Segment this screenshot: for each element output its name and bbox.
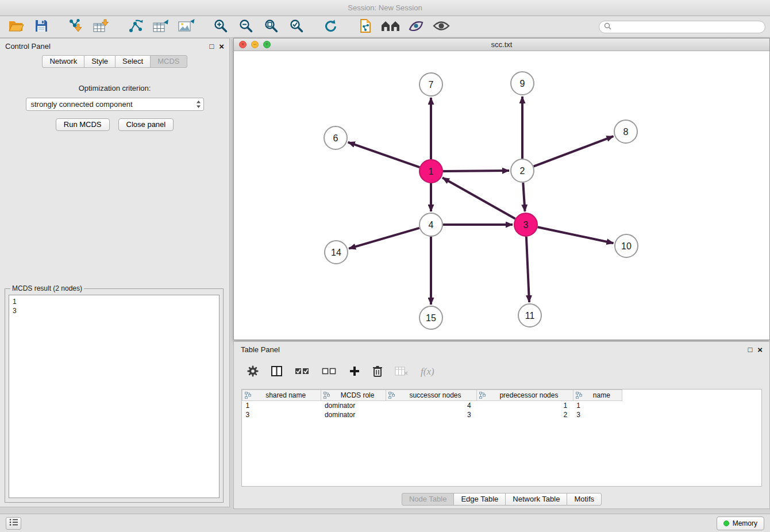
delete-table-button[interactable] (395, 366, 409, 378)
export-network-button[interactable] (124, 17, 147, 37)
graph-node-6[interactable]: 6 (324, 126, 347, 149)
function-builder-button[interactable]: f(x) (421, 366, 434, 377)
cell-shared-name[interactable]: 1 (242, 401, 321, 410)
cell-name[interactable]: 3 (573, 410, 622, 419)
zoom-fit-button[interactable] (260, 17, 283, 37)
export-image-button[interactable] (175, 17, 198, 37)
close-table-panel-icon[interactable]: × (757, 345, 763, 354)
import-network-button[interactable] (64, 17, 87, 37)
graph-node-10[interactable]: 10 (615, 234, 638, 257)
network-window-titlebar[interactable]: × − + scc.txt (234, 38, 769, 51)
memory-button[interactable]: Memory (717, 516, 764, 530)
search-box[interactable] (599, 21, 765, 33)
graph-node-3[interactable]: 3 (514, 213, 537, 236)
copy-network-button[interactable] (354, 17, 377, 37)
window-titlebar[interactable]: Session: New Session (0, 0, 770, 16)
run-mcds-button[interactable]: Run MCDS (56, 118, 110, 131)
show-panel-list-button[interactable] (6, 517, 21, 530)
column-header-name[interactable]: name (573, 390, 622, 401)
zoom-window-button[interactable]: + (263, 41, 271, 48)
memory-label: Memory (733, 519, 757, 527)
graph-edge-2-3[interactable] (523, 183, 525, 211)
cell-mcds-role[interactable]: dominator (321, 410, 386, 419)
column-header-shared-name[interactable]: shared name (242, 390, 321, 401)
save-session-button[interactable] (30, 17, 53, 37)
graph-node-1[interactable]: 1 (419, 160, 442, 183)
tab-mcds[interactable]: MCDS (150, 55, 187, 68)
open-session-button[interactable] (5, 17, 28, 37)
tab-network[interactable]: Network (42, 55, 84, 68)
toolbar-separator (200, 17, 207, 37)
network-window-title: scc.txt (491, 40, 513, 49)
tab-style[interactable]: Style (84, 55, 116, 68)
table-toolbar: f(x) (241, 361, 762, 382)
table-row[interactable]: 1 dominator 4 1 1 (242, 401, 622, 410)
cell-predecessor-nodes[interactable]: 2 (477, 410, 573, 419)
cell-successor-nodes[interactable]: 4 (386, 401, 476, 410)
add-column-button[interactable] (349, 365, 360, 379)
control-panel-title: Control Panel (5, 42, 51, 51)
deselect-all-columns-button[interactable] (322, 366, 337, 378)
graph-edge-1-2[interactable] (443, 171, 509, 171)
graph-node-14[interactable]: 14 (325, 241, 348, 264)
table-settings-button[interactable] (247, 365, 259, 379)
export-table-icon (152, 18, 170, 35)
vizmap-button[interactable] (405, 17, 428, 37)
delete-column-button[interactable] (372, 365, 383, 379)
cell-predecessor-nodes[interactable]: 1 (477, 401, 573, 410)
refresh-button[interactable] (319, 17, 342, 37)
tab-motifs[interactable]: Motifs (567, 493, 602, 506)
graph-edge-2-8[interactable] (534, 136, 614, 167)
cell-name[interactable]: 1 (573, 401, 622, 410)
svg-text:11: 11 (525, 311, 535, 321)
export-image-icon (178, 18, 195, 35)
float-panel-icon[interactable]: □ (209, 43, 214, 50)
cell-shared-name[interactable]: 3 (242, 410, 321, 419)
minimize-window-button[interactable]: − (251, 41, 259, 48)
graph-node-4[interactable]: 4 (419, 213, 442, 236)
float-table-panel-icon[interactable]: □ (748, 346, 752, 353)
tab-edge-table[interactable]: Edge Table (453, 493, 506, 506)
cell-successor-nodes[interactable]: 3 (386, 410, 476, 419)
graph-node-7[interactable]: 7 (419, 73, 442, 96)
tab-node-table[interactable]: Node Table (402, 493, 455, 506)
column-header-mcds-role[interactable]: MCDS role (321, 390, 386, 401)
show-graphics-button[interactable] (430, 17, 453, 37)
graph-node-2[interactable]: 2 (511, 159, 534, 182)
graph-edge-4-14[interactable] (349, 228, 419, 249)
search-input[interactable] (614, 23, 760, 31)
table-row[interactable]: 3 dominator 3 2 3 (242, 410, 622, 419)
criterion-select[interactable]: strongly connected component (26, 98, 204, 111)
network-analyzer-button[interactable] (379, 17, 402, 37)
tab-select[interactable]: Select (115, 55, 151, 68)
graph-edge-3-1[interactable] (442, 178, 515, 218)
network-window: × − + scc.txt 7968124314101511 (233, 38, 770, 340)
graph-node-15[interactable]: 15 (419, 306, 442, 329)
graph-node-9[interactable]: 9 (511, 72, 534, 95)
show-columns-button[interactable] (271, 365, 283, 379)
mcds-result-line: 1 (13, 297, 215, 306)
column-header-predecessor-nodes[interactable]: predecessor nodes (477, 390, 573, 401)
node-table[interactable]: shared name MCDS role successor nodes pr… (241, 389, 762, 487)
zoom-selected-icon (289, 18, 304, 35)
close-window-button[interactable]: × (239, 41, 247, 48)
export-table-button[interactable] (149, 17, 172, 37)
close-panel-button[interactable]: Close panel (118, 118, 174, 131)
home-icon (381, 20, 401, 34)
zoom-in-button[interactable] (209, 17, 232, 37)
graph-node-8[interactable]: 8 (614, 120, 637, 143)
close-panel-icon[interactable]: × (219, 42, 224, 51)
graph-edge-3-11[interactable] (526, 237, 529, 302)
import-table-button[interactable] (90, 17, 113, 37)
tab-network-table[interactable]: Network Table (505, 493, 567, 506)
network-canvas[interactable]: 7968124314101511 (234, 51, 769, 340)
mcds-result-list[interactable]: 1 3 (9, 295, 220, 498)
zoom-out-button[interactable] (234, 17, 257, 37)
graph-edge-1-6[interactable] (348, 142, 420, 168)
graph-edge-3-10[interactable] (538, 227, 614, 243)
zoom-selected-button[interactable] (285, 17, 308, 37)
graph-node-11[interactable]: 11 (518, 304, 541, 327)
cell-mcds-role[interactable]: dominator (321, 401, 386, 410)
column-header-successor-nodes[interactable]: successor nodes (386, 390, 476, 401)
select-all-columns-button[interactable] (295, 366, 310, 378)
